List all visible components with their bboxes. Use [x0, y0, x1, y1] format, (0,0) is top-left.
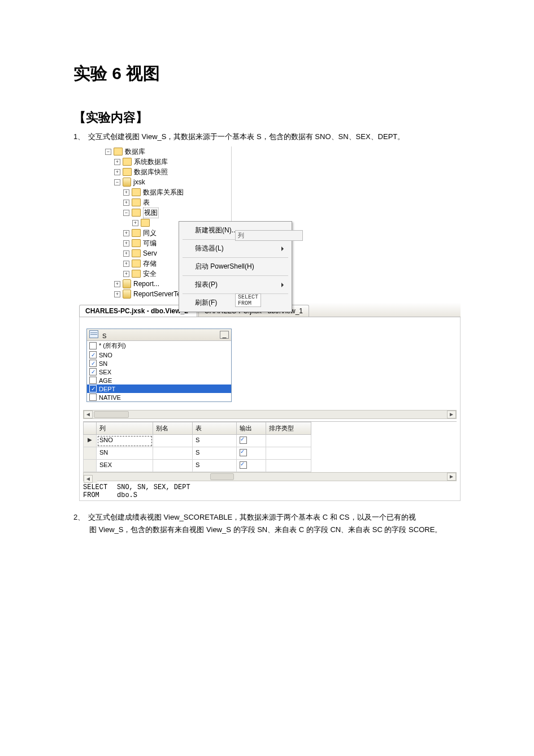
- tree-label: 数据库: [125, 147, 145, 157]
- checkbox-checked[interactable]: [240, 437, 247, 444]
- tree-label: Report...: [133, 280, 159, 288]
- sql-from-table: dbo.S: [117, 491, 137, 499]
- cell-sort[interactable]: [266, 435, 311, 447]
- cell-table[interactable]: S: [193, 435, 237, 447]
- col-row-sn[interactable]: SN: [87, 359, 231, 368]
- collapse-icon[interactable]: [114, 179, 120, 185]
- diagram-hscrollbar[interactable]: ◄ ►: [83, 410, 457, 419]
- checkbox-checked[interactable]: [89, 385, 97, 392]
- tree-node-diagrams[interactable]: 数据库关系图: [105, 187, 231, 197]
- checkbox[interactable]: [89, 377, 97, 384]
- folder-icon: [132, 209, 141, 217]
- expand-icon[interactable]: [132, 220, 138, 226]
- cell-table[interactable]: S: [193, 460, 237, 472]
- checkbox-checked[interactable]: [89, 360, 97, 367]
- scroll-left-icon[interactable]: ◄: [84, 475, 93, 483]
- designer-column-stub: 列: [235, 230, 303, 241]
- expand-icon[interactable]: [123, 271, 129, 277]
- table-column-picker: S _ * (所有列) SNO SN SEX: [86, 329, 232, 402]
- col-label: AGE: [99, 377, 112, 384]
- sql-pane[interactable]: SELECTSNO, SN, SEX, DEPT FROMdbo.S: [83, 483, 457, 499]
- q1-text: 交互式创建视图 View_S，其数据来源于一个基本表 S，包含的数据有 SNO、…: [88, 132, 405, 141]
- expand-icon[interactable]: [123, 250, 129, 257]
- expand-icon[interactable]: [114, 159, 120, 165]
- col-row-native[interactable]: NATIVE: [87, 393, 231, 401]
- checkbox-checked[interactable]: [240, 449, 247, 456]
- folder-icon: [123, 158, 132, 166]
- col-row-dept-selected[interactable]: DEPT: [87, 385, 231, 393]
- menu-powershell[interactable]: 启动 PowerShell(H): [180, 260, 290, 274]
- scroll-left-icon[interactable]: ◄: [84, 411, 93, 418]
- expand-icon[interactable]: [114, 281, 120, 287]
- collapse-icon[interactable]: [105, 149, 111, 155]
- cell-output[interactable]: [237, 447, 266, 460]
- collapse-icon[interactable]: [123, 210, 129, 216]
- tree-node-views[interactable]: 视图: [105, 208, 231, 218]
- expand-icon[interactable]: [114, 291, 120, 297]
- menu-report[interactable]: 报表(P): [180, 278, 290, 292]
- expand-icon[interactable]: [123, 189, 129, 196]
- col-row-sex[interactable]: SEX: [87, 368, 231, 376]
- tree-label: 表: [143, 198, 150, 208]
- cell-col[interactable]: SN: [97, 447, 153, 460]
- expand-icon[interactable]: [123, 261, 129, 267]
- col-row-sno[interactable]: SNO: [87, 351, 231, 359]
- tree-node-databases[interactable]: 数据库: [105, 146, 231, 157]
- table-title: S: [102, 332, 106, 339]
- scroll-thumb[interactable]: [210, 473, 234, 480]
- checkbox-checked[interactable]: [240, 461, 247, 469]
- tree-node-system-databases[interactable]: 系统数据库: [105, 157, 231, 167]
- tree-node-jxsk[interactable]: jxsk: [105, 177, 231, 187]
- database-icon: [123, 178, 131, 187]
- menu-separator: [183, 257, 288, 258]
- cell-output[interactable]: [237, 435, 266, 447]
- section-heading: 【实验内容】: [73, 109, 461, 126]
- cell-sort[interactable]: [266, 460, 311, 472]
- cell-alias[interactable]: [153, 447, 193, 460]
- checkbox-checked[interactable]: [89, 368, 97, 375]
- grid-row[interactable]: SEX S: [83, 460, 457, 472]
- scroll-right-icon[interactable]: ►: [447, 473, 456, 481]
- scroll-thumb[interactable]: [94, 411, 129, 418]
- checkbox[interactable]: [89, 342, 97, 349]
- tree-node-tables[interactable]: 表: [105, 197, 231, 208]
- tree-label: 可编: [143, 239, 157, 248]
- row-selector[interactable]: [83, 447, 97, 460]
- cell-alias[interactable]: [153, 435, 193, 447]
- q1-number: 1、: [73, 131, 88, 143]
- row-pointer-icon: ▶: [83, 435, 97, 447]
- cell-table[interactable]: S: [193, 447, 237, 460]
- checkbox[interactable]: [89, 394, 97, 401]
- grid-row[interactable]: ▶ SNO S: [83, 435, 457, 447]
- grid-hscrollbar[interactable]: ◄ ►: [83, 472, 457, 481]
- col-row-all[interactable]: * (所有列): [87, 341, 231, 351]
- cell-col[interactable]: SNO: [97, 435, 153, 447]
- folder-icon: [114, 148, 123, 155]
- cell-col[interactable]: SEX: [97, 460, 153, 472]
- expand-icon[interactable]: [123, 240, 129, 247]
- folder-icon: [132, 198, 141, 206]
- grid-row[interactable]: SN S: [83, 447, 457, 460]
- expand-icon[interactable]: [123, 230, 129, 236]
- row-selector[interactable]: [83, 460, 97, 472]
- tree-label: 数据库关系图: [143, 188, 184, 197]
- scroll-right-icon[interactable]: ►: [447, 411, 456, 418]
- q2-text-line2: 图 View_S，包含的数据有来自视图 View_S 的字段 SN、来自表 C …: [73, 524, 442, 536]
- tree-label: 系统数据库: [134, 157, 168, 167]
- col-row-age[interactable]: AGE: [87, 376, 231, 385]
- database-icon: [123, 290, 131, 299]
- folder-icon: [132, 229, 141, 237]
- expand-icon[interactable]: [123, 200, 129, 206]
- tree-node-snapshots[interactable]: 数据库快照: [105, 167, 231, 177]
- folder-icon: [132, 239, 141, 247]
- cell-output[interactable]: [237, 460, 266, 472]
- minimize-button[interactable]: _: [220, 331, 229, 339]
- checkbox-checked[interactable]: [89, 351, 97, 358]
- col-label: DEPT: [99, 386, 115, 392]
- cell-alias[interactable]: [153, 460, 193, 472]
- expand-icon[interactable]: [114, 169, 120, 175]
- cell-sort[interactable]: [266, 447, 311, 460]
- folder-icon: [132, 188, 141, 196]
- q2-number: 2、: [73, 511, 88, 524]
- menu-filter[interactable]: 筛选器(L): [180, 241, 290, 256]
